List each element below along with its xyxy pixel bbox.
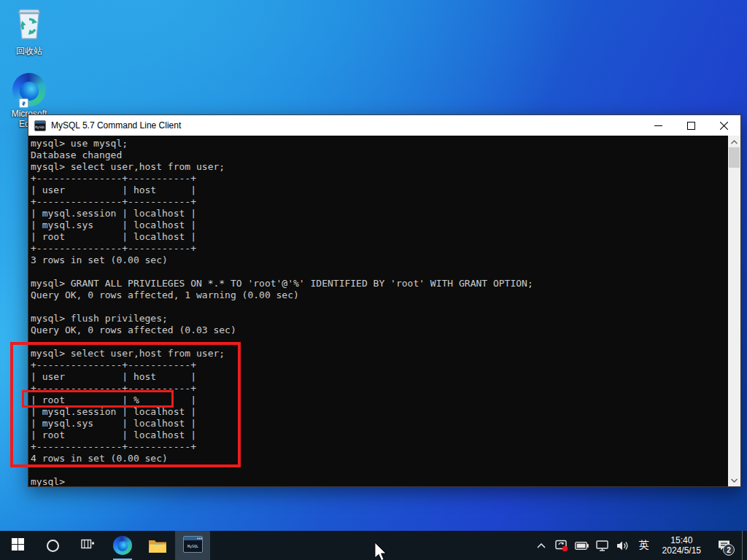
edge-icon: [12, 73, 46, 106]
task-view-icon: [81, 538, 95, 553]
file-explorer-icon: [148, 538, 167, 553]
maximize-button[interactable]: [675, 115, 708, 136]
mouse-cursor: [374, 542, 387, 560]
scrollbar-thumb[interactable]: [729, 147, 740, 168]
annotation-box-root-percent-row: [22, 390, 174, 408]
system-tray: 英 15:40 2024/5/15 2: [534, 531, 747, 560]
network-icon[interactable]: [595, 531, 610, 560]
scroll-up-icon[interactable]: [728, 136, 740, 148]
minimize-button[interactable]: [642, 115, 675, 136]
recycle-bin-icon: [13, 31, 45, 43]
mysql-console-taskbar-icon: MySQL: [183, 536, 203, 556]
svg-text:MySQL: MySQL: [35, 125, 45, 129]
taskbar: MySQL: [0, 531, 747, 560]
search-icon: [47, 540, 59, 552]
windows-logo-icon: [12, 538, 24, 553]
desktop-icon-recycle-bin[interactable]: 回收站: [6, 6, 53, 56]
scrollbar[interactable]: [728, 136, 740, 486]
taskbar-clock[interactable]: 15:40 2024/5/15: [658, 535, 705, 556]
update-status-icon[interactable]: [554, 531, 569, 560]
taskbar-mysql-console-button[interactable]: MySQL: [175, 531, 210, 560]
scroll-down-icon[interactable]: [728, 474, 740, 486]
taskbar-edge-button[interactable]: [105, 531, 140, 560]
notification-count-badge: 2: [723, 544, 735, 556]
window-title: MySQL 5.7 Command Line Client: [51, 120, 642, 131]
edge-taskbar-icon: [113, 536, 132, 555]
volume-icon[interactable]: [616, 531, 630, 560]
tray-expand-button[interactable]: [534, 531, 549, 560]
ime-language-indicator[interactable]: 英: [636, 539, 652, 552]
close-button[interactable]: [708, 115, 740, 136]
clock-date: 2024/5/15: [662, 545, 701, 556]
start-button[interactable]: [0, 531, 35, 560]
action-center-button[interactable]: 2: [711, 531, 736, 560]
window-titlebar[interactable]: MySQL MySQL 5.7 Command Line Client: [28, 115, 740, 136]
show-desktop-button[interactable]: [742, 531, 746, 560]
svg-text:MySQL: MySQL: [187, 543, 198, 548]
clock-time: 15:40: [662, 535, 701, 545]
taskbar-file-explorer-button[interactable]: [140, 531, 175, 560]
recycle-bin-label: 回收站: [6, 46, 53, 56]
shortcut-arrow-icon: [19, 98, 28, 108]
battery-icon[interactable]: [575, 531, 589, 560]
search-button[interactable]: [35, 531, 70, 560]
task-view-button[interactable]: [70, 531, 105, 560]
mysql-console-icon: MySQL: [34, 120, 46, 131]
